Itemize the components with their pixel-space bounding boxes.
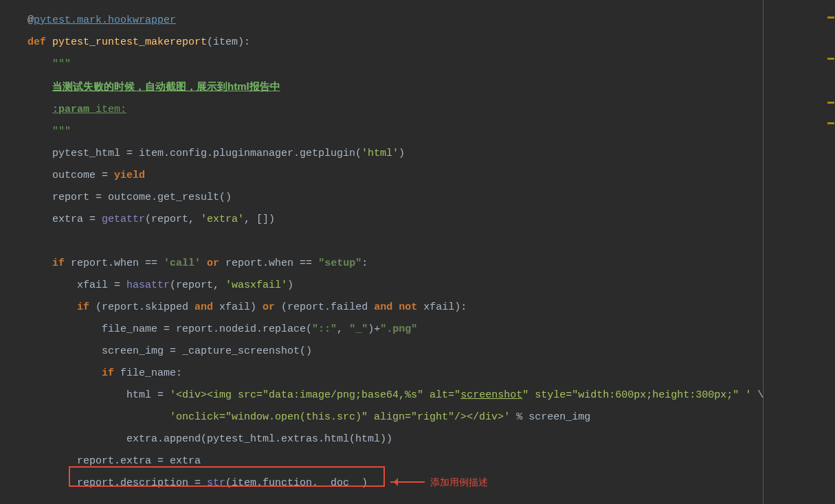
string-literal: " style="width:600px;height:300px;" ' — [522, 389, 757, 401]
annotation-arrow: 添加用例描述 — [390, 471, 488, 493]
keyword-or: or — [201, 257, 225, 269]
code-text: file_name: — [120, 367, 182, 379]
code-line[interactable]: def pytest_runtest_makereport(item): — [27, 32, 763, 54]
code-line[interactable]: pytest_html = item.config.pluginmanager.… — [27, 143, 763, 165]
string-literal: 'onclick="window.open(this.src)" align="… — [170, 411, 516, 423]
code-text: : — [361, 257, 368, 269]
code-line[interactable]: outcome = yield — [27, 165, 763, 187]
code-line[interactable]: extra = getattr(report, 'extra', []) — [27, 209, 763, 231]
scroll-marker[interactable] — [827, 102, 834, 104]
code-text: , — [337, 323, 349, 335]
scroll-marker[interactable] — [827, 58, 834, 60]
scroll-marker[interactable] — [827, 122, 834, 124]
string-literal: "setup" — [318, 257, 361, 269]
code-text: )+ — [368, 323, 380, 335]
code-text: (report.skipped — [96, 301, 194, 313]
code-text: extra = — [52, 214, 102, 225]
code-line[interactable]: file_name = report.nodeid.replace("::", … — [27, 319, 763, 341]
code-line[interactable]: """ — [27, 121, 763, 143]
blank-line[interactable] — [27, 231, 763, 253]
keyword-or: or — [263, 301, 281, 313]
arrow-icon — [390, 481, 425, 483]
code-text: screen_img = _capture_screenshot() — [102, 345, 312, 357]
keyword-if: if — [52, 257, 71, 269]
keyword-and-not: and not — [374, 301, 423, 313]
keyword-if: if — [102, 367, 120, 379]
decorator-at: @ — [27, 14, 34, 26]
code-text: xfail = — [77, 279, 126, 291]
builtin-str: str — [207, 477, 225, 489]
code-line[interactable]: :param item: — [27, 99, 763, 121]
string-literal: "::" — [312, 323, 337, 335]
function-name: pytest_runtest_makereport — [52, 36, 207, 48]
code-text: (report, — [145, 214, 201, 225]
code-text: pytest_html = item.config.pluginmanager.… — [52, 148, 361, 159]
code-text: (item.function.__doc__) — [225, 477, 368, 489]
string-literal: 'wasxfail' — [225, 279, 287, 291]
code-line[interactable]: if (report.skipped and xfail) or (report… — [27, 297, 763, 319]
code-text: ) — [287, 279, 293, 291]
code-text: report.extra = extra — [77, 455, 201, 467]
code-text: file_name = report.nodeid.replace( — [102, 323, 312, 335]
code-line[interactable]: screen_img = _capture_screenshot() — [27, 341, 763, 363]
code-text: report = outcome.get_result() — [52, 192, 232, 203]
docstring-close: """ — [52, 126, 71, 137]
code-text: html = — [126, 389, 170, 401]
keyword-if: if — [77, 301, 96, 313]
code-line[interactable]: 'onclick="window.open(this.src)" align="… — [27, 406, 763, 428]
code-line[interactable]: report = outcome.get_result() — [27, 187, 763, 209]
string-literal: 'call' — [164, 257, 201, 269]
code-text: report.when == — [71, 257, 164, 269]
percent-op: % — [516, 411, 528, 423]
line-continuation: \ — [757, 389, 764, 401]
docstring-text: 当测试失败的时候，自动截图，展示到html报告中 — [52, 80, 280, 92]
docstring-param-name: item: — [89, 104, 126, 115]
string-literal: 'html' — [361, 148, 399, 159]
docstring-param: :param — [52, 104, 89, 115]
code-text: report.when == — [225, 257, 318, 269]
string-screenshot: screenshot — [460, 389, 522, 401]
code-text: xfail): — [423, 301, 467, 313]
code-text: (report, — [170, 279, 225, 291]
code-text: xfail) — [219, 301, 263, 313]
code-editor[interactable]: @pytest.mark.hookwrapper def pytest_runt… — [0, 0, 764, 504]
string-literal: '<div><img src="data:image/png;base64,%s… — [170, 389, 460, 401]
code-line[interactable]: """ — [27, 54, 763, 76]
code-line[interactable]: html = '<div><img src="data:image/png;ba… — [27, 385, 763, 406]
code-text: extra.append(pytest_html.extras.html(htm… — [126, 433, 392, 445]
string-literal: ".png" — [380, 323, 417, 335]
decorator-text: pytest.mark.hookwrapper — [34, 14, 176, 26]
keyword-and: and — [194, 301, 219, 313]
code-text: outcome = — [52, 170, 114, 181]
code-text: report.description = — [77, 477, 207, 489]
annotation-text: 添加用例描述 — [430, 471, 488, 493]
code-line[interactable]: @pytest.mark.hookwrapper — [27, 10, 763, 32]
builtin-hasattr: hasattr — [126, 279, 170, 291]
code-text: , []) — [244, 214, 275, 225]
code-text: screen_img — [528, 411, 590, 423]
string-literal: "_" — [349, 323, 368, 335]
builtin-getattr: getattr — [102, 214, 145, 225]
keyword-yield: yield — [114, 170, 145, 181]
code-line[interactable]: if report.when == 'call' or report.when … — [27, 253, 763, 275]
code-line[interactable]: xfail = hasattr(report, 'wasxfail') — [27, 275, 763, 297]
scroll-marker[interactable] — [827, 16, 834, 19]
code-text: ) — [399, 148, 405, 159]
code-line[interactable]: if file_name: — [27, 363, 763, 385]
string-literal: 'extra' — [201, 214, 244, 225]
docstring-open: """ — [52, 58, 71, 70]
code-text: (report.failed — [281, 301, 374, 313]
keyword-def: def — [27, 36, 52, 48]
code-line[interactable]: report.extra = extra — [27, 450, 763, 472]
code-line[interactable]: extra.append(pytest_html.extras.html(htm… — [27, 428, 763, 450]
code-line[interactable]: 当测试失败的时候，自动截图，展示到html报告中 — [27, 76, 763, 99]
function-params: (item): — [207, 36, 250, 48]
